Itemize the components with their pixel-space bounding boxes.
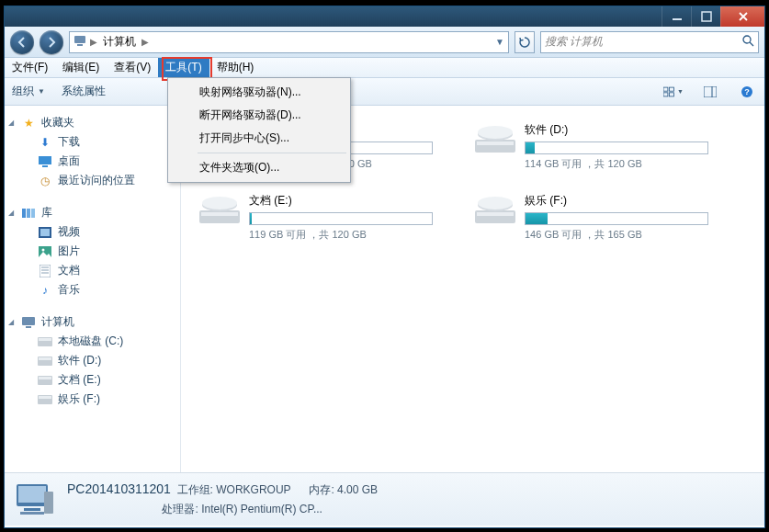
libraries-group[interactable]: 库 <box>5 203 180 222</box>
svg-rect-22 <box>40 265 51 277</box>
svg-point-47 <box>202 197 237 209</box>
svg-rect-31 <box>39 357 51 360</box>
address-bar[interactable]: ▶ 计算机 ▶ ▼ <box>69 31 509 53</box>
drive-item[interactable]: 娱乐 (F:) 146 GB 可用 ，共 165 GB <box>475 193 723 242</box>
chevron-right-icon: ▶ <box>141 37 149 47</box>
drive-icon <box>475 193 515 226</box>
svg-rect-3 <box>77 44 83 46</box>
svg-text:?: ? <box>744 87 750 96</box>
body: ★收藏夹 ⬇下载 桌面 ◷最近访问的位置 库 视频 图片 文档 ♪音乐 计算机 … <box>5 106 764 472</box>
drive-usage-bar <box>525 212 708 225</box>
drive-item[interactable]: 文档 (E:) 119 GB 可用 ，共 120 GB <box>199 193 447 242</box>
favorites-group[interactable]: ★收藏夹 <box>5 113 180 132</box>
preview-pane-icon <box>704 86 717 97</box>
minimize-button[interactable] <box>662 6 691 27</box>
close-button[interactable] <box>720 6 764 27</box>
view-options-button[interactable]: ▼ <box>663 82 684 102</box>
sidebar-item-documents[interactable]: 文档 <box>5 261 180 280</box>
drive-free-text: 114 GB 可用 ，共 120 GB <box>525 157 723 171</box>
menu-view[interactable]: 查看(V) <box>107 58 158 77</box>
svg-rect-45 <box>201 212 238 216</box>
menu-help[interactable]: 帮助(H) <box>209 58 262 77</box>
memory-value: 4.00 GB <box>337 483 378 496</box>
svg-point-21 <box>42 248 45 251</box>
drive-usage-bar <box>249 212 433 225</box>
back-button[interactable] <box>10 30 34 54</box>
organize-button[interactable]: 组织▼ <box>12 84 45 99</box>
forward-button[interactable] <box>40 30 63 54</box>
chevron-down-icon[interactable]: ▼ <box>495 37 504 47</box>
titlebar <box>5 6 764 27</box>
drive-icon <box>475 122 515 155</box>
close-icon <box>738 11 749 22</box>
drive-free-text: 119 GB 可用 ，共 120 GB <box>249 228 447 242</box>
sidebar-item-music[interactable]: ♪音乐 <box>5 280 180 300</box>
drive-item[interactable]: 软件 (D:) 114 GB 可用 ，共 120 GB <box>475 122 723 171</box>
drive-icon <box>38 334 52 349</box>
sidebar-item-drive-f[interactable]: 娱乐 (F:) <box>5 390 180 409</box>
chevron-down-icon: ▼ <box>677 88 684 95</box>
sidebar-item-desktop[interactable]: 桌面 <box>5 152 180 171</box>
minimize-icon <box>672 11 683 22</box>
menu-tools[interactable]: 工具(T) <box>158 58 209 77</box>
system-properties-button[interactable]: 系统属性 <box>62 84 106 99</box>
svg-rect-2 <box>74 36 85 43</box>
menu-edit[interactable]: 编辑(E) <box>55 58 107 77</box>
drive-name: 娱乐 (F:) <box>525 193 723 209</box>
sidebar-item-drive-d[interactable]: 软件 (D:) <box>5 351 180 370</box>
svg-rect-7 <box>663 92 668 96</box>
svg-rect-9 <box>704 86 717 97</box>
star-icon: ★ <box>21 116 36 130</box>
menu-file[interactable]: 文件(F) <box>5 58 55 77</box>
svg-rect-49 <box>477 212 514 216</box>
menu-disconnect-network-drive[interactable]: 断开网络驱动器(D)... <box>170 104 348 127</box>
sidebar-item-videos[interactable]: 视频 <box>5 222 180 242</box>
menu-map-network-drive[interactable]: 映射网络驱动器(N)... <box>170 81 348 104</box>
preview-pane-button[interactable] <box>700 82 720 102</box>
svg-rect-33 <box>39 377 51 379</box>
menu-open-sync-center[interactable]: 打开同步中心(S)... <box>170 127 348 150</box>
pc-name: PC201410311201 <box>67 481 171 496</box>
chevron-down-icon: ▼ <box>38 87 45 96</box>
music-icon: ♪ <box>38 283 52 298</box>
sidebar-item-recent[interactable]: ◷最近访问的位置 <box>5 171 180 190</box>
download-icon: ⬇ <box>38 135 52 150</box>
arrow-left-icon <box>16 36 28 49</box>
maximize-button[interactable] <box>691 6 720 27</box>
svg-rect-16 <box>27 209 30 218</box>
refresh-button[interactable] <box>515 31 535 53</box>
recent-icon: ◷ <box>38 174 52 188</box>
workgroup-label: 工作组: <box>177 483 213 496</box>
drive-icon <box>38 392 52 407</box>
workgroup-value: WORKGROUP <box>216 483 290 496</box>
svg-point-4 <box>743 36 751 43</box>
document-icon <box>38 264 52 278</box>
command-bar: 组织▼ 系统属性 卸载或更改程序 打开控制面板 ▼ ? <box>5 78 764 106</box>
sidebar-item-drive-c[interactable]: 本地磁盘 (C:) <box>5 332 180 351</box>
drive-free-text: 146 GB 可用 ，共 165 GB <box>525 228 723 242</box>
menu-separator <box>198 153 346 153</box>
help-icon: ? <box>741 85 753 98</box>
menu-folder-options[interactable]: 文件夹选项(O)... <box>170 156 348 179</box>
explorer-window: ▶ 计算机 ▶ ▼ 搜索 计算机 文件(F) 编辑(E) 查看(V) 工具(T)… <box>4 6 765 528</box>
memory-label: 内存: <box>309 483 334 496</box>
cpu-label: 处理器: <box>162 503 198 515</box>
sidebar-item-pictures[interactable]: 图片 <box>5 242 180 261</box>
drive-icon <box>38 354 52 368</box>
computer-group[interactable]: 计算机 <box>5 312 180 332</box>
drive-icon <box>199 193 240 226</box>
svg-rect-26 <box>22 317 35 325</box>
svg-point-51 <box>478 197 513 209</box>
svg-rect-55 <box>20 512 44 515</box>
drive-name: 文档 (E:) <box>249 193 447 209</box>
cpu-value: Intel(R) Pentium(R) CP... <box>201 503 322 515</box>
search-input[interactable]: 搜索 计算机 <box>540 31 759 53</box>
video-icon <box>38 225 52 240</box>
sidebar-item-drive-e[interactable]: 文档 (E:) <box>5 370 180 390</box>
drive-icon <box>38 373 52 388</box>
help-button[interactable]: ? <box>737 82 757 102</box>
tools-dropdown: 映射网络驱动器(N)... 断开网络驱动器(D)... 打开同步中心(S)...… <box>167 77 351 183</box>
svg-rect-27 <box>26 326 31 328</box>
breadcrumb-segment[interactable]: 计算机 <box>101 34 138 50</box>
sidebar-item-downloads[interactable]: ⬇下载 <box>5 132 180 152</box>
